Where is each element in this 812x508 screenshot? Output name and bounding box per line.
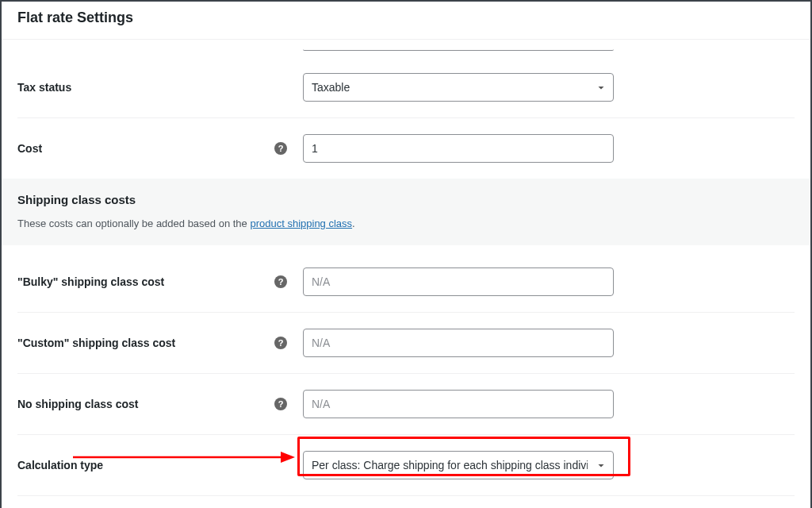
shipping-fields-section: "Bulky" shipping class cost ? "Custom" s… [2,245,810,508]
label-col: Tax status [17,81,303,94]
row-calculation-type: Calculation type Per class: Charge shipp… [17,434,795,495]
label-col: "Bulky" shipping class cost ? [17,275,303,288]
row-custom-cost: "Custom" shipping class cost ? [17,312,795,373]
input-col [303,134,614,163]
input-col [303,390,614,418]
section-title: Shipping class costs [17,193,795,206]
input-col [303,329,614,357]
tax-status-select[interactable]: Taxable [303,73,614,102]
cost-label: Cost [17,142,42,155]
none-cost-input[interactable] [303,390,614,418]
help-icon[interactable]: ? [274,337,287,349]
desc-suffix: . [352,217,355,229]
help-icon[interactable]: ? [274,142,287,155]
cost-input[interactable] [303,134,614,163]
calculation-type-label: Calculation type [17,459,103,471]
row-none-cost: No shipping class cost ? [17,373,795,434]
input-col: Per class: Charge shipping for each ship… [303,451,614,479]
calculation-type-select-wrapper: Per class: Charge shipping for each ship… [303,451,614,479]
tax-status-label: Tax status [17,81,71,94]
custom-label: "Custom" shipping class cost [17,337,175,349]
row-bulky-cost: "Bulky" shipping class cost ? [17,252,795,312]
row-note: Note [17,495,795,508]
settings-modal: Flat rate Settings Tax status Taxable [0,0,812,508]
settings-section: Tax status Taxable Cost ? [2,40,810,179]
product-shipping-class-link[interactable]: product shipping class [250,217,352,229]
label-col: Calculation type [17,459,303,471]
section-description: These costs can optionally be added base… [17,217,795,229]
label-col: "Custom" shipping class cost ? [17,337,303,349]
bulky-label: "Bulky" shipping class cost [17,275,164,288]
input-col: Taxable [303,73,614,102]
input-col [303,267,614,296]
page-title: Flat rate Settings [17,10,795,26]
label-col: Cost ? [17,142,303,155]
row-tax-status: Tax status Taxable [17,51,795,117]
calculation-type-select[interactable]: Per class: Charge shipping for each ship… [303,451,614,479]
desc-prefix: These costs can optionally be added base… [17,217,250,229]
tax-status-select-wrapper: Taxable [303,73,614,102]
help-icon[interactable]: ? [274,275,287,288]
shipping-class-costs-section: Shipping class costs These costs can opt… [2,179,810,245]
help-icon[interactable]: ? [274,398,287,410]
custom-cost-input[interactable] [303,329,614,357]
modal-header: Flat rate Settings [2,2,810,40]
row-cost: Cost ? [17,117,795,179]
none-label: No shipping class cost [17,398,138,410]
bulky-cost-input[interactable] [303,267,614,296]
label-col: No shipping class cost ? [17,398,303,410]
